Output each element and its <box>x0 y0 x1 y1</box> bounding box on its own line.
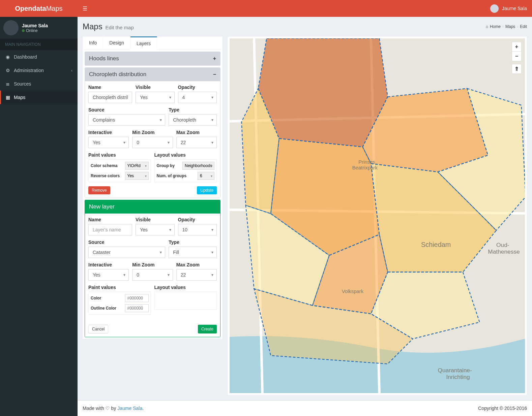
chevron-left-icon: ‹ <box>71 68 72 72</box>
sidebar-username: Jaume Sala <box>22 23 48 28</box>
visible-select[interactable]: Yes <box>136 224 175 235</box>
color-schema-select[interactable]: YlOrRd <box>125 162 149 170</box>
footer-copyright: Copyright © 2015-2016 <box>478 406 527 411</box>
reverse-colors-select[interactable]: Yes <box>125 172 149 180</box>
avatar <box>3 20 19 35</box>
label-source: Source <box>88 239 165 245</box>
breadcrumb-current: Edit <box>520 24 527 29</box>
panel-title: Choropleth distribution <box>89 71 146 78</box>
type-select[interactable]: Fill <box>169 247 217 258</box>
remove-button[interactable]: Remove <box>88 186 110 194</box>
panel-header-choropleth[interactable]: Choropleth distribution − <box>85 68 220 81</box>
tab-info[interactable]: Info <box>83 37 103 50</box>
zoom-out-button[interactable]: − <box>512 52 522 61</box>
color-input[interactable] <box>125 294 149 302</box>
database-icon: ≣ <box>5 81 10 87</box>
label-maxzoom: Max Zoom <box>176 262 217 267</box>
maxzoom-select[interactable]: 22 <box>176 137 217 148</box>
label-layout-values: Layout values <box>154 285 217 290</box>
create-button[interactable]: Create <box>198 325 217 333</box>
avatar <box>490 4 499 13</box>
label-type: Type <box>169 107 217 113</box>
num-groups-select[interactable]: 6 <box>198 172 214 180</box>
home-icon: ⌂ <box>486 24 488 29</box>
outline-color-input[interactable] <box>125 304 149 312</box>
breadcrumb-home[interactable]: Home <box>490 24 501 29</box>
label-num-groups: Num. of groups <box>157 173 196 178</box>
tab-design[interactable]: Design <box>103 37 130 50</box>
name-input[interactable] <box>88 92 132 103</box>
choropleth-map: Schiedam Oud- Mathenesse Quarantaine- In… <box>230 38 525 393</box>
panel-title: Hoods lines <box>89 55 119 62</box>
map-label: Inrichting <box>446 374 470 380</box>
zoom-in-button[interactable]: + <box>512 42 522 52</box>
sidebar-item-dashboard[interactable]: ◉Dashboard <box>0 50 78 64</box>
opacity-select[interactable]: 4 <box>178 92 217 103</box>
label-paint-values: Paint values <box>88 152 151 158</box>
minzoom-select[interactable]: 0 <box>132 137 173 148</box>
name-input[interactable] <box>88 224 132 235</box>
footer: Made with ♡ by Jaume Sala. Copyright © 2… <box>78 400 532 416</box>
visible-select[interactable]: Yes <box>136 92 175 103</box>
label-color-schema: Color schema <box>91 163 123 168</box>
label-group-by: Group by <box>157 163 181 168</box>
sidebar-item-sources[interactable]: ≣Sources <box>0 77 78 91</box>
sidebar-toggle-icon[interactable]: ☰ <box>83 5 87 12</box>
breadcrumb: ⌂ Home › Maps › Edit <box>486 24 527 29</box>
group-by-select[interactable]: Neighborhoods <box>182 162 214 170</box>
map-label: Volkspark <box>342 289 364 294</box>
breadcrumb-section[interactable]: Maps <box>505 24 515 29</box>
heart-icon: ♡ <box>106 406 110 411</box>
map-label: Quarantaine- <box>438 367 472 374</box>
dashboard-icon: ◉ <box>5 54 10 60</box>
map-label: Mathenesse <box>488 248 520 255</box>
minus-icon: − <box>213 71 216 77</box>
label-type: Type <box>169 239 217 245</box>
tab-layers[interactable]: Layers <box>130 36 157 50</box>
footer-author-link[interactable]: Jaume Sala <box>117 406 142 411</box>
sidebar-item-label: Administration <box>14 68 44 73</box>
sidebar-item-administration[interactable]: ⚙Administration ‹ <box>0 64 78 77</box>
label-name: Name <box>88 217 132 222</box>
page-title: Maps <box>83 22 102 31</box>
source-select[interactable]: Cataster <box>88 247 165 258</box>
sidebar-item-label: Dashboard <box>14 54 37 60</box>
panel-new-layer: New layer Name Visible Yes <box>85 200 220 337</box>
label-visible: Visible <box>136 85 175 90</box>
sidebar-user-status: Online <box>22 28 48 33</box>
compass-button[interactable]: ⇑ <box>512 64 522 74</box>
label-opacity: Opacity <box>178 217 217 222</box>
page-subtitle: Edit the map <box>106 25 134 30</box>
footer-text: by <box>111 406 116 411</box>
label-maxzoom: Max Zoom <box>176 130 217 135</box>
maxzoom-select[interactable]: 22 <box>176 269 217 281</box>
map-icon: ▦ <box>5 95 10 100</box>
map-label: Oud- <box>496 242 509 248</box>
type-select[interactable]: Choropleth <box>169 114 217 126</box>
panel-header-hoods[interactable]: Hoods lines + <box>85 52 220 65</box>
label-layout-values: Layout values <box>154 152 217 158</box>
label-reverse-colors: Reverse colors <box>91 173 123 178</box>
update-button[interactable]: Update <box>197 186 217 194</box>
map-container: Schiedam Oud- Mathenesse Quarantaine- In… <box>228 36 527 395</box>
label-name: Name <box>88 85 132 90</box>
interactive-select[interactable]: Yes <box>88 269 129 281</box>
label-source: Source <box>88 107 165 113</box>
map-canvas[interactable]: Schiedam Oud- Mathenesse Quarantaine- In… <box>230 38 525 393</box>
label-paint-values: Paint values <box>88 285 151 290</box>
sidebar-item-maps[interactable]: ▦Maps <box>0 91 78 104</box>
online-status-icon <box>22 29 25 32</box>
brand-logo[interactable]: OpendataMaps <box>0 0 78 17</box>
label-minzoom: Min Zoom <box>132 262 173 267</box>
panel-choropleth: Choropleth distribution − Name Visible <box>85 67 220 198</box>
label-color: Color <box>91 296 123 300</box>
topbar-user-menu[interactable]: Jaume Sala <box>490 4 527 13</box>
map-label: Beatrixpark <box>352 165 378 170</box>
minzoom-select[interactable]: 0 <box>132 269 173 281</box>
interactive-select[interactable]: Yes <box>88 137 129 148</box>
source-select[interactable]: Complains <box>88 114 165 126</box>
opacity-select[interactable]: 10 <box>178 224 217 235</box>
sidebar-item-label: Maps <box>14 95 25 100</box>
nav-header: MAIN NAVIGATION <box>0 39 78 50</box>
cancel-button[interactable]: Cancel <box>88 325 108 333</box>
